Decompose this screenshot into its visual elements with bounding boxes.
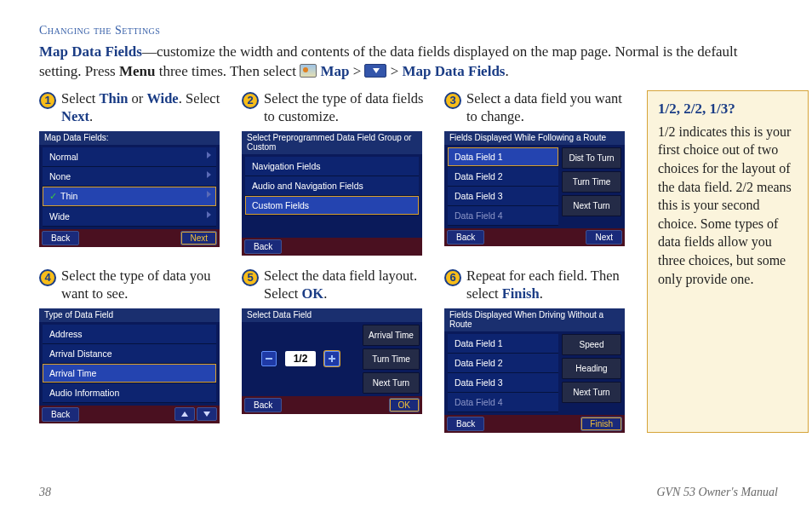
step-2-text: Select the type of data fields to custom… <box>264 90 431 125</box>
step-4: 4 Select the type of data you want to se… <box>39 268 228 433</box>
intro-text-2: three times. Then select <box>155 63 300 79</box>
device-screen-6: Fields Displayed When Driving Without a … <box>444 308 625 433</box>
side-button[interactable]: Turn Time <box>562 171 621 193</box>
step-number-2: 2 <box>242 92 259 109</box>
sidebar-note: 1/2, 2/2, 1/3? 1/2 indicates this is you… <box>647 90 809 433</box>
list-item-selected[interactable]: ✓Thin <box>43 187 216 207</box>
device-screen-4: Type of Data Field Address Arrival Dista… <box>39 308 220 423</box>
device-2-title: Select Preprogrammed Data Field Group or… <box>242 131 422 154</box>
list-item[interactable]: Wide <box>43 207 216 227</box>
chevron-right-icon <box>207 152 211 158</box>
next-button[interactable]: Next <box>180 231 217 245</box>
device-screen-3: Fields Displayed While Following a Route… <box>444 131 625 246</box>
step-number-1: 1 <box>39 92 56 109</box>
device-4-title: Type of Data Field <box>39 308 220 322</box>
minus-button[interactable] <box>261 351 277 366</box>
intro-mdf-bold: Map Data Fields <box>403 63 506 79</box>
side-button[interactable]: Next Turn <box>562 195 621 216</box>
dropdown-icon <box>364 64 386 78</box>
side-button[interactable]: Arrival Time <box>363 325 420 346</box>
step-number-6: 6 <box>444 269 461 286</box>
down-button[interactable] <box>197 407 217 421</box>
plus-button[interactable] <box>324 351 340 366</box>
list-item-selected[interactable]: Data Field 1 <box>448 147 558 167</box>
list-item[interactable]: Data Field 4 <box>448 393 558 412</box>
step-3: 3 Select a data field you want to change… <box>444 90 633 256</box>
intro-gt-1: > <box>349 63 364 79</box>
device-6-title: Fields Displayed When Driving Without a … <box>444 308 625 331</box>
list-item[interactable]: Data Field 4 <box>448 206 558 226</box>
side-button[interactable]: Heading <box>562 358 621 379</box>
intro-paragraph: Map Data Fields—customize the width and … <box>39 43 778 82</box>
device-screen-2: Select Preprogrammed Data Field Group or… <box>242 131 422 256</box>
chapter-heading: Changing the Settings <box>39 24 778 37</box>
list-item[interactable]: Navigation Fields <box>245 157 419 176</box>
list-item[interactable]: Data Field 2 <box>448 354 558 373</box>
side-button[interactable]: Next Turn <box>562 382 621 403</box>
list-item[interactable]: Data Field 3 <box>448 187 558 206</box>
list-item[interactable]: Normal <box>43 147 216 167</box>
finish-button[interactable]: Finish <box>580 417 622 431</box>
intro-dash: — <box>142 43 157 60</box>
back-button[interactable]: Back <box>244 239 282 254</box>
intro-menu-bold: Menu <box>119 63 156 79</box>
list-item[interactable]: Address <box>43 325 216 344</box>
list-item[interactable]: Data Field 3 <box>448 373 558 393</box>
up-button[interactable] <box>174 407 195 421</box>
side-button[interactable]: Speed <box>562 334 621 355</box>
device-3-title: Fields Displayed While Following a Route <box>444 131 625 145</box>
list-item[interactable]: Data Field 1 <box>448 334 558 354</box>
list-item[interactable]: Audio Information <box>43 383 216 403</box>
back-button[interactable]: Back <box>42 407 79 422</box>
step-number-5: 5 <box>242 269 259 286</box>
back-button[interactable]: Back <box>447 417 484 431</box>
check-icon: ✓ <box>49 191 57 201</box>
back-button[interactable]: Back <box>244 398 282 412</box>
chevron-right-icon <box>207 191 211 198</box>
intro-title: Map Data Fields <box>39 43 142 60</box>
back-button[interactable]: Back <box>447 230 484 245</box>
list-item[interactable]: Arrival Distance <box>43 344 216 364</box>
step-4-text: Select the type of data you want to see. <box>61 268 228 302</box>
step-2: 2 Select the type of data fields to cust… <box>242 90 431 256</box>
step-number-4: 4 <box>39 269 56 286</box>
side-button[interactable]: Turn Time <box>363 348 420 370</box>
intro-dot: . <box>505 63 508 79</box>
intro-map-bold: Map <box>320 63 349 79</box>
step-6-text: Repeat for each field. Then select Finis… <box>466 268 633 302</box>
device-screen-5: Select Data Field 1/2 Arrival Time Turn … <box>242 308 422 414</box>
back-button[interactable]: Back <box>42 231 79 245</box>
map-icon <box>300 64 317 78</box>
sidebar-heading: 1/2, 2/2, 1/3? <box>658 100 798 119</box>
list-item[interactable]: None <box>43 167 216 187</box>
step-1: 1 Select Thin or Wide. Select Next. Map … <box>39 90 228 256</box>
device-screen-1: Map Data Fields: Normal None ✓Thin Wide … <box>39 131 220 247</box>
chevron-right-icon <box>207 211 211 218</box>
list-item-selected[interactable]: Custom Fields <box>245 196 419 216</box>
intro-gt-2: > <box>386 63 402 79</box>
list-item-selected[interactable]: Arrival Time <box>43 364 216 383</box>
next-button[interactable]: Next <box>586 230 622 245</box>
list-item[interactable]: Data Field 2 <box>448 167 558 187</box>
step-5: 5 Select the data field layout. Select O… <box>242 268 431 433</box>
step-1-text: Select Thin or Wide. Select Next. <box>61 90 228 125</box>
side-button[interactable]: Next Turn <box>363 372 420 394</box>
step-3-text: Select a data field you want to change. <box>466 90 633 125</box>
list-item[interactable]: Audio and Navigation Fields <box>245 176 419 196</box>
step-number-3: 3 <box>444 92 461 109</box>
chevron-right-icon <box>207 171 211 178</box>
layout-counter: 1/2 <box>285 351 317 366</box>
page-number: 38 <box>39 486 51 499</box>
device-5-title: Select Data Field <box>242 308 422 322</box>
ok-button[interactable]: OK <box>389 398 420 412</box>
step-6: 6 Repeat for each field. Then select Fin… <box>444 268 633 433</box>
side-button[interactable]: Dist To Turn <box>562 147 621 169</box>
manual-title: GVN 53 Owner's Manual <box>656 486 778 499</box>
sidebar-body: 1/2 indicates this is your first choice … <box>658 123 798 288</box>
step-5-text: Select the data field layout. Select OK. <box>264 268 431 302</box>
device-1-title: Map Data Fields: <box>39 131 220 145</box>
